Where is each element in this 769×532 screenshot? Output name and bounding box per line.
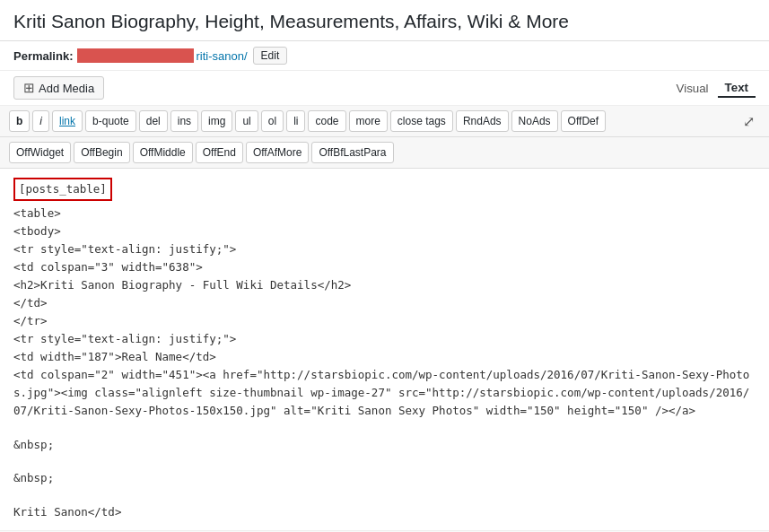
format-btn-li[interactable]: li [286,110,305,132]
editor-line-kriti: Kriti Sanon</td> [13,503,756,521]
format-btn-close-tags[interactable]: close tags [390,110,453,132]
editor-line-blank3 [13,487,756,503]
format-btn-offdef[interactable]: OffDef [561,110,606,132]
format-btn-link[interactable]: link [52,110,83,132]
format-buttons-row-1: b i link b-quote del ins img ul ol li co… [0,106,769,137]
editor-line-1: <table> [13,205,756,222]
shortcode-block: [posts_table] [13,178,756,205]
format-btn-offmiddle[interactable]: OffMiddle [133,142,193,163]
editor-page: Kriti Sanon Biography, Height, Measureme… [0,0,769,532]
tab-text[interactable]: Text [718,79,756,98]
format-btn-rndads[interactable]: RndAds [456,110,509,132]
format-btn-offbegin[interactable]: OffBegin [74,142,129,163]
fullscreen-button[interactable]: ⤢ [738,110,760,132]
format-btn-ol[interactable]: ol [261,110,284,132]
editor-area[interactable]: [posts_table] <table> <tbody> <tr style=… [0,169,769,530]
permalink-row: Permalink: riti-sanon/ Edit [0,41,769,71]
editor-line-7: </tr> [13,312,756,330]
format-btn-bquote[interactable]: b-quote [85,110,136,132]
permalink-edit-button[interactable]: Edit [253,47,288,65]
permalink-redacted [77,48,194,63]
editor-line-10: <td colspan="2" width="451"><a href="htt… [13,366,756,420]
format-btn-more[interactable]: more [349,110,388,132]
format-btn-img[interactable]: img [201,110,232,132]
editor-line-nbsp2: &nbsp; [13,469,756,487]
format-btns-container-1: b i link b-quote del ins img ul ol li co… [9,110,735,132]
add-media-icon: ⊞ [23,80,35,96]
tab-visual[interactable]: Visual [669,79,716,98]
format-btn-ins[interactable]: ins [170,110,198,132]
post-title: Kriti Sanon Biography, Height, Measureme… [13,9,756,33]
add-media-label: Add Media [39,82,94,95]
format-btn-del[interactable]: del [139,110,168,132]
editor-line-blank2 [13,454,756,470]
editor-line-nbsp1: &nbsp; [13,436,756,454]
editor-line-2: <tbody> [13,222,756,240]
format-btn-offend[interactable]: OffEnd [196,142,243,163]
editor-line-6: </td> [13,294,756,312]
editor-line-5: <h2>Kriti Sanon Biography - Full Wiki De… [13,276,756,294]
format-buttons-row-2: OffWidget OffBegin OffMiddle OffEnd OffA… [0,137,769,169]
toolbar-row: ⊞ Add Media Visual Text [0,71,769,106]
editor-line-3: <tr style="text-align: justify;"> [13,240,756,258]
shortcode-tag: [posts_table] [13,178,112,201]
format-btn-offafmore[interactable]: OffAfMore [246,142,309,163]
editor-line-blank1 [13,420,756,436]
format-btn-code[interactable]: code [308,110,345,132]
visual-text-tabs: Visual Text [669,79,756,98]
format-btn-offbflastpara[interactable]: OffBfLastPara [311,142,393,163]
permalink-label: Permalink: [13,49,73,63]
format-btn-b[interactable]: b [9,110,30,132]
format-btn-noads[interactable]: NoAds [511,110,558,132]
title-bar: Kriti Sanon Biography, Height, Measureme… [0,0,769,41]
permalink-slug[interactable]: riti-sanon/ [196,49,247,63]
format-btn-offwidget[interactable]: OffWidget [9,142,71,163]
format-btn-ul[interactable]: ul [235,110,258,132]
add-media-button[interactable]: ⊞ Add Media [13,76,104,100]
format-btn-i[interactable]: i [32,110,49,132]
editor-line-8: <tr style="text-align: justify;"> [13,330,756,348]
editor-line-4: <td colspan="3" width="638"> [13,258,756,276]
editor-line-9: <td width="187">Real Name</td> [13,348,756,366]
